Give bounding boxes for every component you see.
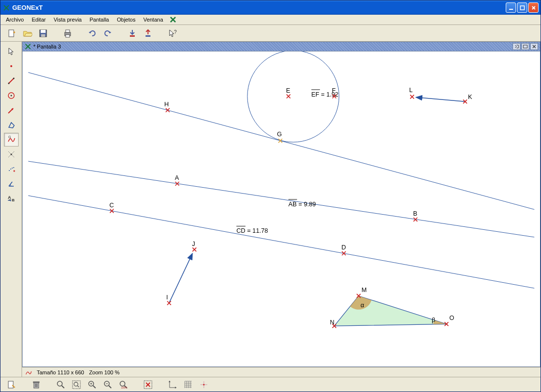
menubar: Archivo Editar Vista previa Pantalla Obj… — [0, 15, 541, 25]
minimize-button[interactable] — [506, 2, 516, 13]
document-area: * Pantalla 3 — [22, 42, 541, 377]
menu-pantalla[interactable]: Pantalla — [86, 16, 113, 24]
main-area: G AB * Pantalla 3 — [0, 42, 541, 377]
zoom-fit-button[interactable]: 100% — [117, 378, 130, 391]
app-title: GEONExT — [12, 4, 506, 11]
menu-ventana[interactable]: Ventana — [140, 16, 166, 24]
svg-rect-9 — [130, 35, 135, 37]
svg-text:H: H — [164, 101, 169, 108]
point-i[interactable]: I — [166, 294, 171, 305]
point-k[interactable]: K — [463, 94, 472, 103]
svg-text:K: K — [468, 94, 472, 100]
menu-objetos[interactable]: Objetos — [113, 16, 139, 24]
pointer-tool[interactable] — [4, 45, 19, 58]
point-j[interactable]: J — [192, 241, 197, 252]
export-button[interactable] — [142, 27, 154, 40]
window-buttons — [506, 2, 539, 13]
svg-point-14 — [8, 83, 9, 84]
svg-point-23 — [9, 170, 10, 171]
print-button[interactable] — [61, 27, 74, 40]
line-ab[interactable] — [28, 161, 535, 237]
line-cd[interactable] — [28, 196, 535, 288]
canvas-svg: EF = 1.92 AB = 9.89 CD = 11.78 A B C D — [23, 51, 540, 367]
titlebar: GEONExT — [0, 0, 541, 15]
grid-button[interactable] — [182, 378, 195, 391]
point-l[interactable]: L — [409, 87, 414, 99]
vector-ij[interactable] — [169, 253, 193, 303]
menu-close-icon[interactable] — [170, 16, 176, 23]
bottom-toolbar: 100% — [0, 377, 541, 392]
geometry-canvas[interactable]: EF = 1.92 AB = 9.89 CD = 11.78 A B C D — [22, 51, 541, 367]
point-e[interactable]: E — [286, 87, 291, 98]
zoom-in-button[interactable] — [86, 378, 98, 391]
redo-button[interactable] — [101, 27, 114, 40]
point-tool[interactable] — [4, 59, 19, 73]
svg-text:B: B — [413, 210, 417, 217]
close-button[interactable] — [528, 2, 539, 13]
help-pointer-button[interactable]: ? — [166, 27, 179, 40]
doc-maximize-button[interactable] — [521, 43, 529, 50]
intersect-tool[interactable] — [4, 147, 19, 161]
new-file-button[interactable] — [5, 27, 18, 40]
open-file-button[interactable] — [21, 27, 34, 40]
import-button[interactable] — [126, 27, 139, 40]
svg-text:100%: 100% — [121, 386, 127, 389]
delete-button[interactable] — [30, 378, 43, 391]
svg-rect-7 — [66, 30, 70, 32]
statusbar: Tamaño 1110 x 660 Zoom 100 % — [22, 367, 541, 377]
menu-editar[interactable]: Editar — [28, 16, 49, 24]
maximize-button[interactable] — [517, 2, 527, 13]
svg-point-24 — [10, 169, 11, 170]
zoom-button[interactable] — [54, 378, 67, 391]
svg-rect-57 — [33, 382, 39, 383]
svg-text:B: B — [12, 198, 15, 202]
origin-marker-button[interactable] — [197, 378, 210, 391]
text-label-tool[interactable]: AB — [4, 192, 19, 205]
polygon-tool[interactable] — [4, 118, 19, 132]
status-size: Tamaño 1110 x 660 — [37, 369, 84, 375]
svg-point-61 — [57, 381, 62, 386]
point-m[interactable]: M — [357, 287, 367, 298]
vector-arrow-tool[interactable] — [4, 103, 19, 117]
svg-text:A: A — [175, 174, 179, 181]
doc-minimize-button[interactable] — [513, 43, 520, 50]
top-toolbar: ? — [0, 25, 541, 42]
svg-rect-2 — [9, 30, 14, 37]
zoom-out-button[interactable] — [101, 378, 114, 391]
delete-selection-button[interactable] — [142, 378, 154, 391]
zoom-area-button[interactable] — [70, 378, 83, 391]
function-graph-tool[interactable]: G — [4, 133, 19, 147]
svg-text:?: ? — [174, 29, 177, 35]
undo-button[interactable] — [86, 27, 98, 40]
save-button[interactable] — [37, 27, 49, 40]
line-hg-tangent[interactable] — [28, 73, 535, 210]
trace-tool[interactable] — [4, 162, 19, 176]
svg-text:F: F — [332, 87, 336, 94]
doc-close-button[interactable] — [530, 43, 538, 50]
triangle-mno[interactable] — [334, 296, 446, 326]
svg-rect-29 — [523, 45, 527, 48]
svg-rect-5 — [41, 34, 45, 37]
angle-tool[interactable] — [4, 177, 19, 191]
line-tool[interactable] — [4, 74, 19, 88]
svg-point-15 — [13, 78, 14, 79]
svg-rect-10 — [146, 35, 150, 37]
point-o[interactable]: O — [444, 315, 454, 326]
doc-app-icon — [25, 43, 31, 50]
svg-text:G: G — [277, 131, 282, 138]
svg-rect-63 — [73, 381, 80, 389]
vector-kl[interactable] — [416, 98, 465, 102]
svg-text:L: L — [409, 87, 413, 94]
measure-cd: CD = 11.78 — [236, 226, 268, 235]
point-n[interactable]: N — [330, 319, 336, 328]
axes-button[interactable] — [166, 378, 179, 391]
document-titlebar: * Pantalla 3 — [22, 42, 541, 51]
menu-vista-previa[interactable]: Vista previa — [50, 16, 85, 24]
circle-tool[interactable] — [4, 89, 19, 102]
svg-text:C: C — [109, 202, 114, 209]
svg-point-25 — [12, 168, 13, 169]
edit-props-button[interactable] — [5, 378, 18, 391]
svg-text:CD = 11.78: CD = 11.78 — [236, 227, 268, 234]
svg-text:AB = 9.89: AB = 9.89 — [289, 201, 316, 208]
menu-archivo[interactable]: Archivo — [2, 16, 27, 24]
